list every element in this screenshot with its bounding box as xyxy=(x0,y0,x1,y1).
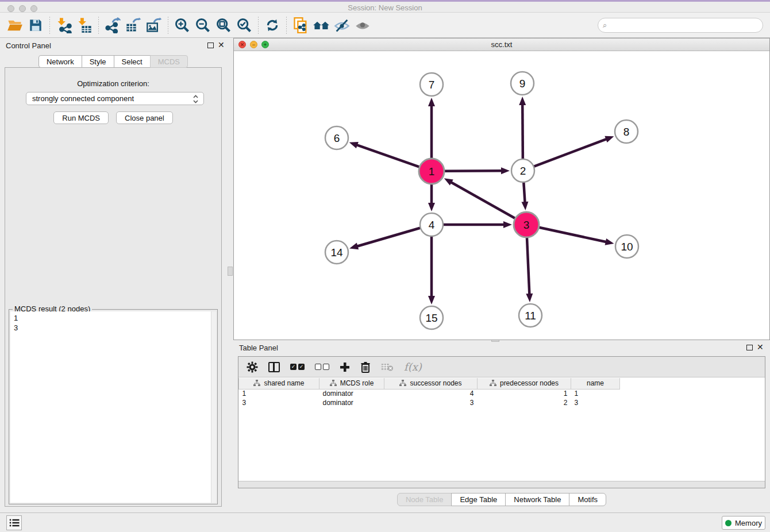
optimization-criterion-label: Optimization criterion: xyxy=(5,79,221,88)
export-network-button[interactable] xyxy=(102,15,123,36)
checkbox-unchecked-icon xyxy=(323,364,329,370)
add-column-button[interactable] xyxy=(340,360,350,374)
export-image-button[interactable] xyxy=(144,15,164,36)
graph-node-label-10: 10 xyxy=(621,241,633,253)
zoom-out-button[interactable] xyxy=(192,15,213,36)
cell-shared-name[interactable]: 1 xyxy=(239,389,319,398)
copy-network-button[interactable] xyxy=(290,15,311,36)
control-panel: Control Panel ✕ Network Style Select MCD… xyxy=(0,38,226,512)
cell-shared-name[interactable]: 3 xyxy=(239,398,319,407)
cell-name[interactable]: 1 xyxy=(571,389,620,398)
graph-edge-arrow xyxy=(428,98,435,106)
graph-edge-3-10[interactable] xyxy=(538,227,607,242)
cell-predecessor-nodes[interactable]: 2 xyxy=(478,398,571,407)
cell-predecessor-nodes[interactable]: 1 xyxy=(478,389,571,398)
hierarchy-icon xyxy=(253,380,260,386)
delete-column-button[interactable] xyxy=(360,360,371,374)
open-session-button[interactable] xyxy=(5,15,25,36)
settings-gear-button[interactable] xyxy=(247,360,258,374)
tab-edge-table[interactable]: Edge Table xyxy=(451,493,506,506)
tab-select[interactable]: Select xyxy=(114,55,151,68)
memory-button[interactable]: Memory xyxy=(722,516,765,530)
close-panel-button[interactable]: Close panel xyxy=(116,111,173,124)
table-scrollbar-strip[interactable] xyxy=(238,481,765,488)
save-session-button[interactable] xyxy=(25,15,46,36)
graph-edge-3-11[interactable] xyxy=(527,236,530,295)
graph-edge-1-6[interactable] xyxy=(356,145,421,168)
graph-edge-2-8[interactable] xyxy=(533,138,607,167)
table-header-row: shared name MCDS role successor nodes xyxy=(239,378,620,389)
tab-motifs[interactable]: Motifs xyxy=(569,493,606,506)
network-window-titlebar[interactable]: ✕ − + scc.txt xyxy=(234,38,769,51)
mcds-result-textarea[interactable]: 1 3 xyxy=(10,311,211,503)
titlebar: Session: New Session xyxy=(0,0,770,13)
task-history-button[interactable] xyxy=(6,515,22,530)
graph-edge-4-14[interactable] xyxy=(356,228,422,246)
network-graph-svg: 7968124314101511 xyxy=(234,51,769,340)
column-header-shared-name[interactable]: shared name xyxy=(239,378,319,389)
close-panel-icon[interactable]: ✕ xyxy=(218,40,225,49)
cell-successor-nodes[interactable]: 4 xyxy=(384,389,478,398)
zoom-selected-button[interactable] xyxy=(234,15,255,36)
split-panel-button[interactable] xyxy=(268,360,280,374)
zoom-fit-button[interactable] xyxy=(213,15,234,36)
import-table-button[interactable] xyxy=(74,15,95,36)
graph-node-label-1: 1 xyxy=(429,165,435,178)
network-canvas[interactable]: 7968124314101511 xyxy=(234,51,769,340)
delete-table-button[interactable] xyxy=(381,360,394,374)
result-line: 3 xyxy=(14,323,207,333)
export-table-button[interactable] xyxy=(123,15,144,36)
result-scrollbar[interactable] xyxy=(211,311,216,503)
table-row[interactable]: 3 dominator 3 2 3 xyxy=(239,398,620,407)
graph-edge-arrow xyxy=(521,202,528,210)
graph-edge-3-1[interactable] xyxy=(450,182,516,219)
column-header-predecessor-nodes[interactable]: predecessor nodes xyxy=(478,378,571,389)
show-all-button[interactable] xyxy=(352,15,373,36)
hierarchy-icon xyxy=(330,380,337,386)
application-window: Session: New Session xyxy=(0,0,770,532)
table-toolbar: ✓ ✓ xyxy=(238,357,765,377)
criterion-dropdown[interactable]: strongly connected component xyxy=(26,92,204,105)
hide-selected-button[interactable] xyxy=(332,15,352,36)
cell-mcds-role[interactable]: dominator xyxy=(319,389,384,398)
eye-icon xyxy=(355,17,371,33)
column-header-successor-nodes[interactable]: successor nodes xyxy=(384,378,478,389)
table-row[interactable]: 1 dominator 4 1 1 xyxy=(239,389,620,398)
tab-network[interactable]: Network xyxy=(38,55,82,68)
tab-style[interactable]: Style xyxy=(82,55,114,68)
checkbox-unchecked-icon xyxy=(315,364,321,370)
toolbar-separator xyxy=(286,17,287,34)
graph-edge-1-2[interactable] xyxy=(443,171,503,171)
float-panel-icon[interactable] xyxy=(746,345,753,350)
control-panel-titlebar: Control Panel ✕ xyxy=(0,38,226,53)
table-panel-body: ✓ ✓ xyxy=(238,356,765,488)
export-network-icon xyxy=(105,17,121,33)
column-header-name[interactable]: name xyxy=(571,378,620,389)
graph-edge-arrow xyxy=(444,178,453,186)
cell-name[interactable]: 3 xyxy=(571,398,620,407)
tab-network-table[interactable]: Network Table xyxy=(505,493,569,506)
graph-edge-2-9[interactable] xyxy=(522,103,523,160)
import-network-button[interactable] xyxy=(53,15,74,36)
select-all-button[interactable]: ✓ ✓ xyxy=(290,360,305,374)
home-views-button[interactable] xyxy=(311,15,332,36)
toolbar-separator xyxy=(168,17,168,34)
import-table-icon xyxy=(76,17,93,33)
function-builder-button[interactable]: f(x) xyxy=(404,361,422,373)
run-mcds-button[interactable]: Run MCDS xyxy=(53,111,109,124)
split-panel-icon xyxy=(268,362,280,372)
splitter-handle-vertical[interactable] xyxy=(228,267,233,276)
deselect-all-button[interactable] xyxy=(315,360,329,374)
search-input[interactable] xyxy=(598,18,763,33)
cell-successor-nodes[interactable]: 3 xyxy=(384,398,478,407)
zoom-in-button[interactable] xyxy=(172,15,192,36)
graph-edge-2-3[interactable] xyxy=(523,181,525,203)
close-panel-icon[interactable]: ✕ xyxy=(757,342,764,352)
refresh-view-button[interactable] xyxy=(262,15,283,36)
tab-mcds[interactable]: MCDS xyxy=(150,55,188,68)
graph-node-label-6: 6 xyxy=(334,132,340,144)
tab-node-table[interactable]: Node Table xyxy=(397,493,452,506)
column-header-mcds-role[interactable]: MCDS role xyxy=(319,378,384,389)
float-panel-icon[interactable] xyxy=(207,43,214,48)
cell-mcds-role[interactable]: dominator xyxy=(319,398,384,407)
